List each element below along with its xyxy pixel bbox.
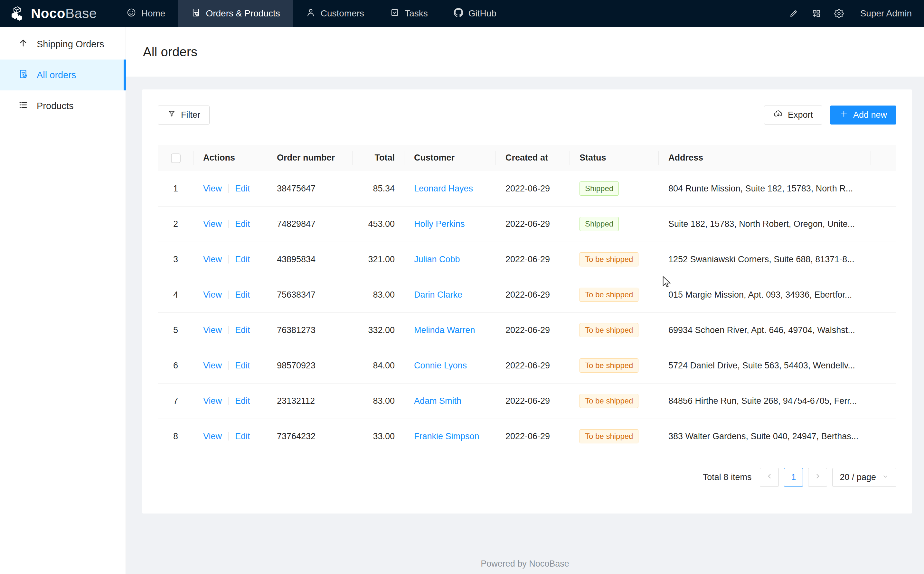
customer-link[interactable]: Connie Lyons <box>414 361 467 371</box>
column-header-actions: Actions <box>193 145 267 171</box>
table-row: 2ViewEdit74829847453.00Holly Perkins2022… <box>158 206 896 241</box>
action-divider <box>228 397 229 405</box>
sidebar-item-shipping-orders[interactable]: Shipping Orders <box>0 28 126 60</box>
customer-link[interactable]: Frankie Simpson <box>414 432 479 441</box>
user-menu[interactable]: Super Admin <box>860 8 912 19</box>
export-button-label: Export <box>788 110 813 120</box>
table-row: 6ViewEdit9857092384.00Connie Lyons2022-0… <box>158 348 896 383</box>
table-row: 4ViewEdit7563834783.00Darin Clarke2022-0… <box>158 277 896 312</box>
view-link[interactable]: View <box>203 396 222 406</box>
column-header-customer: Customer <box>404 145 496 171</box>
person-icon <box>306 8 316 20</box>
nav-tab-label: Home <box>141 8 166 19</box>
total-cell: 33.00 <box>352 419 404 454</box>
nav-tab-tasks[interactable]: Tasks <box>377 0 441 27</box>
total-cell: 453.00 <box>352 206 404 241</box>
view-link[interactable]: View <box>203 361 222 371</box>
main-area: All orders Filter <box>126 27 924 574</box>
edit-link[interactable]: Edit <box>235 432 250 441</box>
status-cell: To be shipped <box>570 419 659 454</box>
row-index-cell: 4 <box>158 277 193 312</box>
spacer-cell <box>871 348 896 383</box>
edit-link[interactable]: Edit <box>235 290 250 300</box>
highlighter-icon[interactable] <box>784 4 804 23</box>
view-link[interactable]: View <box>203 219 222 229</box>
table-header-row: Actions Order number Total Customer Crea… <box>158 145 896 171</box>
orders-card: Filter Export <box>142 90 912 514</box>
action-divider <box>228 184 229 193</box>
plus-icon <box>839 109 848 121</box>
edit-link[interactable]: Edit <box>235 184 250 193</box>
page-size-select[interactable]: 20 / page <box>832 468 896 487</box>
edit-link[interactable]: Edit <box>235 396 250 406</box>
row-actions-cell: ViewEdit <box>193 206 267 241</box>
gear-icon[interactable] <box>829 4 849 23</box>
column-header-created-at: Created at <box>496 145 570 171</box>
view-link[interactable]: View <box>203 325 222 335</box>
pagination-page-1[interactable]: 1 <box>784 468 803 487</box>
created-at-cell: 2022-06-29 <box>496 312 570 348</box>
customer-link[interactable]: Melinda Warren <box>414 325 475 335</box>
address-cell: 84856 Hirthe Run, Suite 268, 94754-6705,… <box>659 383 871 419</box>
sidebar-item-all-orders[interactable]: All orders <box>0 60 126 90</box>
pagination: Total 8 items 1 20 / page <box>158 468 896 487</box>
pagination-next-button[interactable] <box>808 468 827 487</box>
select-all-checkbox[interactable] <box>171 153 181 163</box>
nocobase-logo[interactable]: NocoBase <box>0 0 114 27</box>
order-number-cell: 73764232 <box>267 419 352 454</box>
table-row: 3ViewEdit43895834321.00Julian Cobb2022-0… <box>158 241 896 277</box>
spacer-cell <box>871 312 896 348</box>
customer-link[interactable]: Leonard Hayes <box>414 184 473 193</box>
customer-link[interactable]: Darin Clarke <box>414 290 462 300</box>
pagination-prev-button[interactable] <box>760 468 779 487</box>
view-link[interactable]: View <box>203 290 222 300</box>
column-header-spacer <box>871 145 896 171</box>
order-number-cell: 23132112 <box>267 383 352 419</box>
nav-tab-home[interactable]: Home <box>114 0 178 27</box>
filter-button[interactable]: Filter <box>158 106 210 125</box>
table-toolbar: Filter Export <box>158 106 896 125</box>
nav-tabs: Home Orders & Products Customers <box>114 0 509 27</box>
add-new-button[interactable]: Add new <box>830 106 896 125</box>
status-cell: To be shipped <box>570 277 659 312</box>
edit-link[interactable]: Edit <box>235 361 250 371</box>
address-cell: 015 Margie Mission, Apt. 093, 34936, Ebe… <box>659 277 871 312</box>
nav-tab-github[interactable]: GitHub <box>441 0 509 27</box>
github-icon <box>453 8 463 20</box>
page-header: All orders <box>126 27 924 77</box>
customer-cell: Adam Smith <box>404 383 496 419</box>
edit-link[interactable]: Edit <box>235 254 250 264</box>
row-index-cell: 2 <box>158 206 193 241</box>
created-at-cell: 2022-06-29 <box>496 348 570 383</box>
export-button[interactable]: Export <box>764 106 822 125</box>
edit-link[interactable]: Edit <box>235 325 250 335</box>
order-number-cell: 75638347 <box>267 277 352 312</box>
view-link[interactable]: View <box>203 254 222 264</box>
edit-link[interactable]: Edit <box>235 219 250 229</box>
customer-link[interactable]: Julian Cobb <box>414 254 460 264</box>
sidebar-item-label: Shipping Orders <box>37 39 104 50</box>
view-link[interactable]: View <box>203 432 222 441</box>
sidebar-item-products[interactable]: Products <box>0 90 126 121</box>
status-badge: Shipped <box>580 181 619 196</box>
status-badge: To be shipped <box>580 288 638 302</box>
customer-link[interactable]: Adam Smith <box>414 396 461 406</box>
select-all-header <box>158 145 193 171</box>
list-icon <box>18 100 28 112</box>
view-link[interactable]: View <box>203 184 222 193</box>
row-index-cell: 5 <box>158 312 193 348</box>
nav-tab-orders-products[interactable]: Orders & Products <box>178 0 293 27</box>
blocks-add-icon[interactable] <box>807 4 826 23</box>
order-number-cell: 76381273 <box>267 312 352 348</box>
column-header-status: Status <box>570 145 659 171</box>
total-cell: 84.00 <box>352 348 404 383</box>
customer-link[interactable]: Holly Perkins <box>414 219 465 229</box>
row-actions-cell: ViewEdit <box>193 419 267 454</box>
row-index-cell: 6 <box>158 348 193 383</box>
created-at-cell: 2022-06-29 <box>496 277 570 312</box>
status-badge: To be shipped <box>580 252 638 266</box>
chevron-right-icon <box>813 472 822 483</box>
nav-tab-customers[interactable]: Customers <box>293 0 377 27</box>
row-actions-cell: ViewEdit <box>193 171 267 206</box>
sidebar-item-label: Products <box>37 101 73 111</box>
